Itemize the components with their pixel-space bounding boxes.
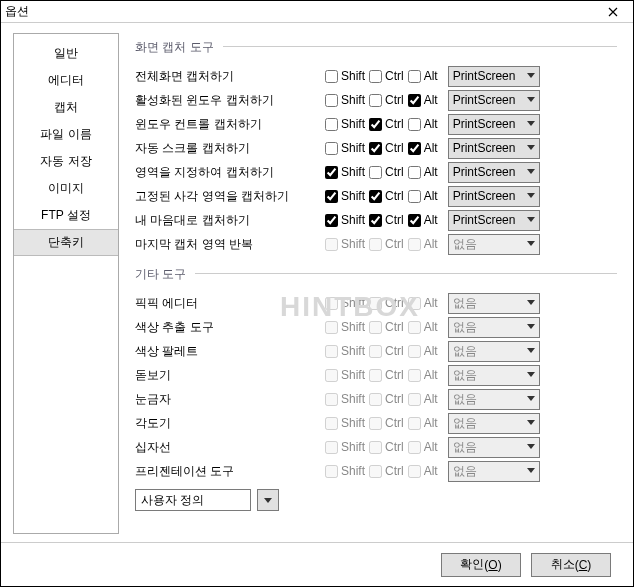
modifier-group: ShiftCtrlAlt: [325, 320, 438, 334]
sidebar-item-1[interactable]: 에디터: [14, 67, 118, 94]
close-button[interactable]: [593, 1, 633, 23]
ok-button[interactable]: 확인(O): [441, 553, 521, 577]
key-select[interactable]: PrintScreen: [448, 66, 540, 87]
sidebar-item-2[interactable]: 캡처: [14, 94, 118, 121]
shift-checkbox[interactable]: Shift: [325, 165, 365, 179]
alt-checkbox-input[interactable]: [408, 166, 421, 179]
shift-checkbox-input[interactable]: [325, 94, 338, 107]
key-select[interactable]: PrintScreen: [448, 210, 540, 231]
shift-checkbox[interactable]: Shift: [325, 189, 365, 203]
ctrl-checkbox[interactable]: Ctrl: [369, 117, 404, 131]
modifier-group: ShiftCtrlAlt: [325, 464, 438, 478]
group-other-tools: 기타 도구: [129, 260, 621, 291]
ctrl-checkbox-input[interactable]: [369, 70, 382, 83]
ctrl-checkbox-input[interactable]: [369, 142, 382, 155]
sidebar-item-6[interactable]: FTP 설정: [14, 202, 118, 229]
key-select[interactable]: 없음: [448, 234, 540, 255]
alt-checkbox[interactable]: Alt: [408, 93, 438, 107]
sidebar-item-3[interactable]: 파일 이름: [14, 121, 118, 148]
ctrl-label: Ctrl: [385, 368, 404, 382]
key-select[interactable]: PrintScreen: [448, 162, 540, 183]
shift-checkbox-input[interactable]: [325, 214, 338, 227]
ctrl-checkbox-input: [369, 417, 382, 430]
shift-checkbox-input[interactable]: [325, 118, 338, 131]
key-select[interactable]: 없음: [448, 341, 540, 362]
row-label: 픽픽 에디터: [135, 295, 325, 312]
shift-label: Shift: [341, 320, 365, 334]
alt-label: Alt: [424, 117, 438, 131]
sidebar-item-0[interactable]: 일반: [14, 40, 118, 67]
ctrl-checkbox[interactable]: Ctrl: [369, 213, 404, 227]
modifier-group: ShiftCtrlAlt: [325, 416, 438, 430]
key-select[interactable]: PrintScreen: [448, 90, 540, 111]
shift-checkbox-input[interactable]: [325, 70, 338, 83]
sidebar-item-4[interactable]: 자동 저장: [14, 148, 118, 175]
key-select[interactable]: 없음: [448, 389, 540, 410]
cancel-button[interactable]: 취소(C): [531, 553, 611, 577]
row-label: 색상 추출 도구: [135, 319, 325, 336]
chevron-down-icon: [527, 121, 535, 126]
row-label: 돋보기: [135, 367, 325, 384]
custom-input[interactable]: 사용자 정의: [135, 489, 251, 511]
ctrl-label: Ctrl: [385, 440, 404, 454]
ctrl-checkbox[interactable]: Ctrl: [369, 93, 404, 107]
group-capture-tools: 화면 캡처 도구: [129, 33, 621, 64]
alt-checkbox[interactable]: Alt: [408, 189, 438, 203]
ctrl-checkbox-input[interactable]: [369, 94, 382, 107]
other-row-7: 프리젠테이션 도구ShiftCtrlAlt없음: [135, 459, 621, 483]
sidebar-item-label: 이미지: [48, 180, 84, 197]
alt-checkbox-input[interactable]: [408, 142, 421, 155]
alt-checkbox-input[interactable]: [408, 214, 421, 227]
shift-checkbox[interactable]: Shift: [325, 213, 365, 227]
key-select-value: PrintScreen: [453, 69, 516, 83]
shift-checkbox-input[interactable]: [325, 142, 338, 155]
sidebar-item-label: FTP 설정: [41, 207, 91, 224]
key-select-value: PrintScreen: [453, 165, 516, 179]
sidebar-item-5[interactable]: 이미지: [14, 175, 118, 202]
shift-checkbox[interactable]: Shift: [325, 93, 365, 107]
shift-label: Shift: [341, 440, 365, 454]
alt-checkbox[interactable]: Alt: [408, 117, 438, 131]
key-select[interactable]: 없음: [448, 437, 540, 458]
ctrl-checkbox[interactable]: Ctrl: [369, 69, 404, 83]
ctrl-checkbox-input: [369, 465, 382, 478]
ctrl-checkbox[interactable]: Ctrl: [369, 165, 404, 179]
shift-checkbox[interactable]: Shift: [325, 69, 365, 83]
ctrl-checkbox[interactable]: Ctrl: [369, 141, 404, 155]
ctrl-checkbox-input[interactable]: [369, 190, 382, 203]
alt-checkbox-input[interactable]: [408, 118, 421, 131]
ctrl-checkbox-input[interactable]: [369, 118, 382, 131]
shift-checkbox-input[interactable]: [325, 166, 338, 179]
alt-checkbox[interactable]: Alt: [408, 213, 438, 227]
key-select[interactable]: 없음: [448, 461, 540, 482]
key-select[interactable]: PrintScreen: [448, 186, 540, 207]
key-select-value: PrintScreen: [453, 117, 516, 131]
key-select[interactable]: 없음: [448, 365, 540, 386]
alt-checkbox-input[interactable]: [408, 94, 421, 107]
key-select-value: 없음: [453, 295, 477, 312]
ctrl-label: Ctrl: [385, 416, 404, 430]
shift-checkbox[interactable]: Shift: [325, 141, 365, 155]
alt-checkbox-input[interactable]: [408, 70, 421, 83]
main-panel: 화면 캡처 도구 전체화면 캡처하기ShiftCtrlAltPrintScree…: [129, 33, 621, 534]
ctrl-checkbox-input[interactable]: [369, 214, 382, 227]
chevron-down-icon: [264, 498, 272, 503]
alt-checkbox: Alt: [408, 416, 438, 430]
alt-checkbox[interactable]: Alt: [408, 69, 438, 83]
shift-checkbox-input: [325, 297, 338, 310]
key-select[interactable]: 없음: [448, 317, 540, 338]
alt-checkbox[interactable]: Alt: [408, 165, 438, 179]
sidebar-item-7[interactable]: 단축키: [14, 229, 118, 256]
key-select[interactable]: PrintScreen: [448, 138, 540, 159]
ctrl-checkbox[interactable]: Ctrl: [369, 189, 404, 203]
ctrl-label: Ctrl: [385, 165, 404, 179]
shift-checkbox-input[interactable]: [325, 190, 338, 203]
shift-checkbox[interactable]: Shift: [325, 117, 365, 131]
alt-checkbox-input[interactable]: [408, 190, 421, 203]
key-select[interactable]: 없음: [448, 293, 540, 314]
custom-dropdown-button[interactable]: [257, 489, 279, 511]
ctrl-checkbox-input[interactable]: [369, 166, 382, 179]
key-select[interactable]: 없음: [448, 413, 540, 434]
key-select[interactable]: PrintScreen: [448, 114, 540, 135]
alt-checkbox[interactable]: Alt: [408, 141, 438, 155]
